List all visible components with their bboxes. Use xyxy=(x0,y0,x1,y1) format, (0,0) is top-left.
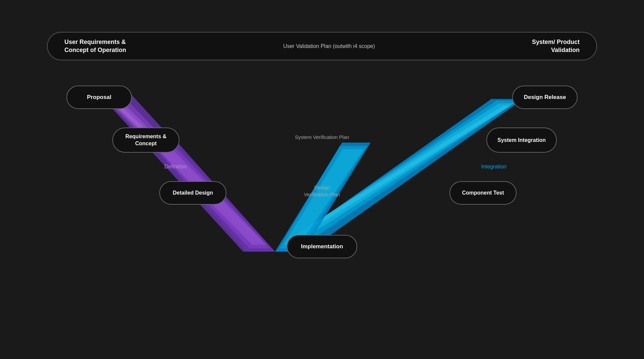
design-release-node: Design Release xyxy=(512,86,578,109)
system-verification-label: System Verification Plan xyxy=(295,134,349,140)
design-release-label: Design Release xyxy=(524,94,566,101)
design-verification-text: DesignVerification Plan xyxy=(304,185,340,197)
system-integration-node: System Integration xyxy=(486,127,557,153)
implementation-label: Implementation xyxy=(301,243,343,250)
component-test-label: Component Test xyxy=(462,190,504,196)
requirements-concept-node: Requirements &Concept xyxy=(112,127,179,153)
v-shape-svg xyxy=(0,0,644,359)
system-integration-label: System Integration xyxy=(497,137,546,143)
definition-label: Definition xyxy=(164,164,187,170)
implementation-node: Implementation xyxy=(287,235,357,258)
design-verification-label: DesignVerification Plan xyxy=(304,184,340,198)
integration-label: Integration xyxy=(481,164,506,170)
proposal-node: Proposal xyxy=(66,86,132,109)
component-test-node: Component Test xyxy=(449,181,517,205)
requirements-concept-label: Requirements &Concept xyxy=(125,133,167,147)
proposal-label: Proposal xyxy=(87,94,111,101)
detailed-design-node: Detailed Design xyxy=(159,181,226,205)
detailed-design-label: Detailed Design xyxy=(173,190,213,196)
diagram-container: User Requirements &Concept of Operation … xyxy=(0,0,644,359)
